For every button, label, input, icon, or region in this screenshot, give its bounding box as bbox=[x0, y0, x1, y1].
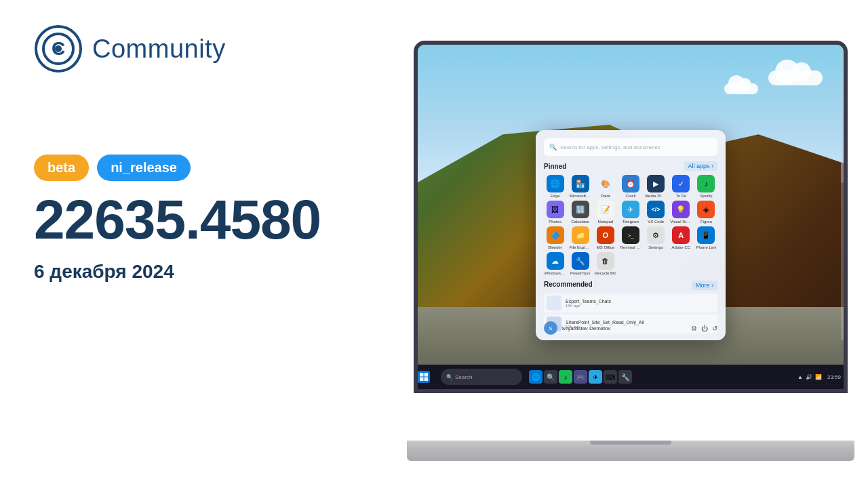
laptop-hinge bbox=[590, 441, 671, 445]
windows-start-button[interactable] bbox=[418, 371, 430, 383]
app-ms-office-icon: O bbox=[597, 226, 614, 244]
app-store[interactable]: 🏪 Microsoft Store bbox=[569, 175, 591, 198]
svg-rect-6 bbox=[420, 378, 424, 382]
rec-item-1-name: Export_Teams_Chats bbox=[566, 299, 611, 304]
app-windows-365[interactable]: ☁ Windows 365 bbox=[544, 252, 566, 275]
app-vscode[interactable]: </> VS Code bbox=[645, 201, 667, 224]
svg-rect-7 bbox=[425, 378, 429, 382]
rec-item-1-time: 16h ago bbox=[566, 304, 611, 308]
app-blender-icon: 🔷 bbox=[547, 226, 564, 244]
badges-container: beta ni_release bbox=[34, 155, 400, 181]
badge-beta: beta bbox=[34, 155, 89, 181]
right-panel: 🔍 Search for apps, settings, and documen… bbox=[393, 0, 868, 488]
app-todo[interactable]: ✓ To Do bbox=[670, 175, 692, 198]
recommended-header: Recommended More › bbox=[544, 281, 717, 290]
settings-icon[interactable]: ⚙ bbox=[691, 325, 697, 332]
laptop-screen: 🔍 Search for apps, settings, and documen… bbox=[414, 41, 848, 393]
app-phone-link[interactable]: 📱 Phone Link bbox=[695, 226, 717, 249]
app-settings-icon: ⚙ bbox=[647, 226, 665, 244]
app-visual-studio-icon: 💡 bbox=[672, 201, 690, 218]
version-number: 22635.4580 bbox=[34, 189, 400, 250]
svg-rect-4 bbox=[420, 373, 424, 377]
app-clock[interactable]: ⏰ Clock bbox=[619, 175, 642, 198]
app-powertoys-icon: 🔧 bbox=[572, 252, 589, 270]
taskbar-icon-5[interactable]: ✈ bbox=[589, 370, 602, 384]
username: Svyatoslav Demidov bbox=[561, 325, 610, 331]
start-menu-search-placeholder: Search for apps, settings, and documents bbox=[560, 144, 660, 150]
app-figma[interactable]: ◈ Figma bbox=[695, 201, 717, 224]
more-link[interactable]: More › bbox=[692, 281, 717, 290]
taskbar-icon-1[interactable]: 🌐 bbox=[529, 370, 542, 384]
community-logo-icon: C bbox=[34, 24, 83, 73]
recommended-label: Recommended bbox=[544, 281, 593, 290]
app-settings[interactable]: ⚙ Settings bbox=[645, 226, 667, 249]
app-recycle-bin[interactable]: 🗑 Recycle Bin bbox=[594, 252, 616, 275]
app-calculator-icon: 🔢 bbox=[572, 201, 589, 218]
cloud-1 bbox=[768, 70, 823, 85]
cloud-2 bbox=[724, 83, 758, 94]
taskbar-icon-4[interactable]: 🎮 bbox=[574, 370, 587, 384]
app-edge-icon: 🌐 bbox=[547, 175, 564, 192]
app-edge[interactable]: 🌐 Edge bbox=[544, 175, 566, 198]
taskbar-icon-7[interactable]: 🔧 bbox=[618, 370, 632, 384]
logo-area: C Community bbox=[34, 24, 400, 73]
laptop-base bbox=[407, 441, 854, 461]
app-photos[interactable]: 🖼 Photos bbox=[544, 201, 566, 224]
logo-text: Community bbox=[92, 35, 226, 64]
user-actions: ⚙ ⏻ ↺ bbox=[691, 325, 717, 332]
start-menu: 🔍 Search for apps, settings, and documen… bbox=[536, 130, 726, 340]
taskbar-icon-6[interactable]: ⌨ bbox=[604, 370, 617, 384]
app-terminal[interactable]: >_ Terminal Preview bbox=[619, 226, 642, 249]
svg-rect-5 bbox=[425, 373, 429, 377]
taskbar-icon-3[interactable]: ♪ bbox=[559, 370, 572, 384]
app-notepad-icon: 📝 bbox=[597, 201, 614, 218]
lock-icon[interactable]: ↺ bbox=[712, 325, 717, 332]
start-menu-user-bar: S Svyatoslav Demidov ⚙ ⏻ ↺ bbox=[544, 321, 717, 335]
app-calculator[interactable]: 🔢 Calculator bbox=[569, 201, 591, 224]
app-adobe-icon: A bbox=[672, 226, 690, 244]
app-visual-studio[interactable]: 💡 Visual Studio bbox=[670, 201, 692, 224]
pinned-label: Pinned bbox=[544, 163, 566, 170]
desktop-wallpaper: 🔍 Search for apps, settings, and documen… bbox=[418, 45, 844, 365]
svg-text:C: C bbox=[52, 38, 65, 59]
app-media-player-icon: ▶ bbox=[647, 175, 665, 192]
taskbar-search[interactable]: 🔍 Search bbox=[441, 369, 522, 385]
app-spotify-icon: ♪ bbox=[697, 175, 715, 192]
taskbar-icon-2[interactable]: 🔍 bbox=[544, 370, 557, 384]
app-notepad[interactable]: 📝 Notepad bbox=[594, 201, 616, 224]
app-paint[interactable]: 🎨 Paint bbox=[594, 175, 616, 198]
app-terminal-icon: >_ bbox=[622, 226, 639, 244]
start-menu-search[interactable]: 🔍 Search for apps, settings, and documen… bbox=[544, 138, 717, 156]
app-recycle-bin-icon: 🗑 bbox=[597, 252, 614, 270]
laptop-mockup: 🔍 Search for apps, settings, and documen… bbox=[407, 41, 854, 461]
app-ms-office[interactable]: O MS Office bbox=[594, 226, 616, 249]
app-file-explorer[interactable]: 📁 File Explorer bbox=[569, 226, 591, 249]
app-todo-icon: ✓ bbox=[672, 175, 690, 192]
app-phone-link-icon: 📱 bbox=[697, 226, 715, 244]
app-adobe-cc[interactable]: A Adobe CC bbox=[670, 226, 692, 249]
app-telegram[interactable]: ✈ Telegram bbox=[619, 201, 642, 224]
app-powertoys[interactable]: 🔧 PowerToys bbox=[569, 252, 591, 275]
rec-item-1-icon bbox=[547, 296, 561, 310]
app-clock-icon: ⏰ bbox=[622, 175, 639, 192]
scrollbar-thumb bbox=[841, 163, 844, 183]
pinned-section-header: Pinned All apps › bbox=[544, 161, 717, 171]
power-icon[interactable]: ⏻ bbox=[701, 325, 708, 332]
pinned-apps-grid: 🌐 Edge 🏪 Microsoft Store 🎨 Paint ⏰ bbox=[544, 175, 717, 275]
app-media-player[interactable]: ▶ Media Player bbox=[645, 175, 667, 198]
rec-item-1[interactable]: Export_Teams_Chats 16h ago bbox=[544, 293, 717, 312]
app-figma-icon: ◈ bbox=[697, 201, 715, 218]
left-panel: C Community beta ni_release 22635.4580 6… bbox=[0, 0, 434, 488]
app-paint-icon: 🎨 bbox=[597, 175, 614, 192]
badge-release: ni_release bbox=[97, 155, 191, 181]
app-store-icon: 🏪 bbox=[572, 175, 589, 192]
all-apps-link[interactable]: All apps › bbox=[684, 161, 717, 171]
screen-scrollbar bbox=[841, 45, 844, 340]
release-date: 6 декабря 2024 bbox=[34, 261, 400, 283]
app-spotify[interactable]: ♪ Spotify bbox=[695, 175, 717, 198]
app-file-explorer-icon: 📁 bbox=[572, 226, 589, 244]
app-windows-365-icon: ☁ bbox=[547, 252, 564, 270]
app-photos-icon: 🖼 bbox=[547, 201, 564, 218]
app-blender[interactable]: 🔷 Blender bbox=[544, 226, 566, 249]
app-telegram-icon: ✈ bbox=[622, 201, 639, 218]
